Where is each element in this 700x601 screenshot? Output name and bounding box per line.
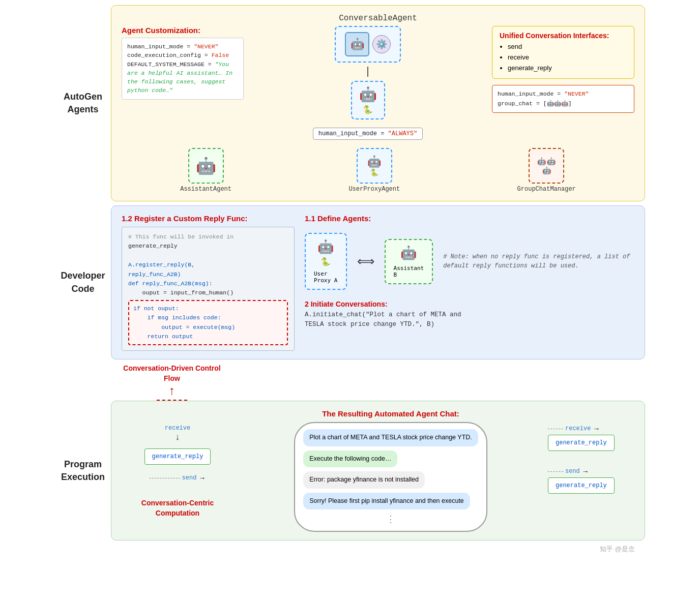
define-title: 1.1 Define Agents: [305,214,634,223]
receive-right-area: receive → [548,425,615,433]
receive-label-left-area: receive ↓ [165,425,190,442]
exec-right-panel: receive → generate_reply send → generate… [548,409,634,494]
developer-content: 1.2 Register a Custom Reply Func: # This… [111,205,645,359]
chat-msg-4: Sorry! Please first pip install yfinance… [303,493,470,510]
customization-title: Agent Customization: [122,26,244,35]
user-proxy-icon: 🤖 🐍 [357,148,392,184]
chat-msg-1: Plot a chart of META and TESLA stock pri… [303,429,478,446]
send-right-area: send → [548,467,615,475]
gear-icon: ⚙️ [372,35,391,53]
dashed-arrow-area: Conversation-Driven Control Flow ↑ [111,364,645,401]
define-agents-row: 🤖 🐍 User Proxy A ⟺ 🤖 Assistant B [305,233,634,290]
send-right-label: send [565,468,580,475]
generate-reply-left-box: generate_reply [144,448,211,465]
initiate-code: A.initiate_chat("Plot a chart of META an… [305,310,634,329]
dashed-right-2 [548,471,563,472]
chat-msg-2: Execute the following code… [303,450,397,468]
assistant-agent-name: AssistantAgent [180,186,231,193]
chat-msg-3: Error: package yfinance is not installed [303,471,425,489]
right-panels: Unified Conversation Interfaces: send re… [492,26,634,113]
assistant-b-label: Assistant B [394,265,424,278]
execution-content: receive ↓ generate_reply send → Conversa… [111,401,645,540]
conversation-driven-label: Conversation-Driven Control Flow [121,364,223,383]
double-arrow: ⟺ [357,254,374,268]
initiate-section: 2 Initiate Conversations: A.initiate_cha… [305,300,634,329]
developer-label: Developer Code [55,205,111,359]
chat-title: The Resulting Automated Agent Chat: [322,409,459,418]
unified-item-receive: receive [508,52,627,63]
line-down-1 [367,67,368,77]
conversable-icon: 🤖 [345,32,369,56]
human-input-badge: human_input_mode = "ALWAYS" [313,128,423,140]
exec-center-panel: The Resulting Automated Agent Chat: Plot… [242,409,540,532]
right-bottom: send → generate_reply [548,467,615,494]
dashed-right-1 [548,429,563,429]
execution-section: Program Execution receive ↓ generate_rep… [55,401,645,540]
developer-section: Developer Code 1.2 Register a Custom Rep… [55,205,645,359]
right-top: receive → generate_reply [548,425,615,451]
agents-label: AutoGen Agents [55,5,111,201]
register-code: # This func will be invoked in generate_… [122,227,295,351]
dashed-code-block: if not ouput: if msg includes code: outp… [128,300,288,346]
initiate-title: 2 Initiate Conversations: [305,300,634,308]
customization-panel: Agent Customization: human_input_mode = … [122,26,244,100]
assistant-agent-icon: 🤖 [188,148,224,184]
computation-label: Conversation-Centric Computation [122,498,234,518]
register-title: 1.2 Register a Custom Reply Func: [122,214,295,223]
chat-oval: Plot a chart of META and TESLA stock pri… [294,422,487,532]
generate-reply-right-2: generate_reply [548,477,615,494]
conversable-agent-box: 🤖 ⚙️ [335,26,401,63]
conv-driven-label-area: Conversation-Driven Control Flow ↑ [121,364,223,401]
unified-item-send: send [508,42,627,52]
assistant-b-box: 🤖 Assistant B [385,239,433,284]
generate-reply-right-1: generate_reply [548,435,615,451]
user-proxy-center-box: 🤖 🐍 [351,81,385,119]
unified-panel: Unified Conversation Interfaces: send re… [492,26,634,79]
user-proxy-name: UserProxyAgent [348,186,400,193]
send-left-label: send [182,474,197,482]
unified-item-generate: generate_reply [508,63,627,74]
user-proxy-a-label: User Proxy A [314,271,338,284]
user-proxy-item: 🤖 🐍 UserProxyAgent [348,148,400,193]
red-up-arrow: ↑ [169,383,175,398]
arrow-down-left: ↓ [165,432,190,442]
execution-label: Program Execution [55,401,111,540]
group-chat-code: human_input_mode = "NEVER" group_chat = … [492,85,634,113]
group-chat-icon: 🤖🤖🤖 [529,148,564,184]
define-panel: 1.1 Define Agents: 🤖 🐍 User Proxy A ⟺ [305,214,634,351]
conversable-agent-label: ConversableAgent [122,14,634,23]
receive-right-label: receive [565,425,591,432]
agents-section: AutoGen Agents ConversableAgent Agent Cu… [55,5,645,201]
group-chat-item: 🤖🤖🤖 GroupChatManager [517,148,576,193]
watermark: 知乎 @是念 [55,545,645,554]
dashed-line-left [150,478,180,478]
center-agent-area: 🤖 ⚙️ 🤖 🐍 human_input_mo [252,26,484,140]
agents-content: ConversableAgent Agent Customization: hu… [111,5,645,201]
unified-list: send receive generate_reply [500,42,627,73]
group-chat-name: GroupChatManager [517,186,576,193]
agents-bottom-row: 🤖 AssistantAgent 🤖 🐍 UserProxyAgent [122,148,634,193]
ellipsis: ⋮ [303,514,478,525]
customization-code: human_input_mode = "NEVER" code_executio… [122,38,244,100]
note-box: # Note: when no reply func is registered… [443,252,634,271]
assistant-agent-item: 🤖 AssistantAgent [180,148,231,193]
register-panel: 1.2 Register a Custom Reply Func: # This… [122,214,295,351]
unified-title: Unified Conversation Interfaces: [500,32,627,40]
user-proxy-a-box: 🤖 🐍 User Proxy A [305,233,347,290]
send-area-left: send → [150,474,206,482]
receive-left-label: receive [165,425,190,432]
exec-left-panel: receive ↓ generate_reply send → Conversa… [122,409,234,518]
